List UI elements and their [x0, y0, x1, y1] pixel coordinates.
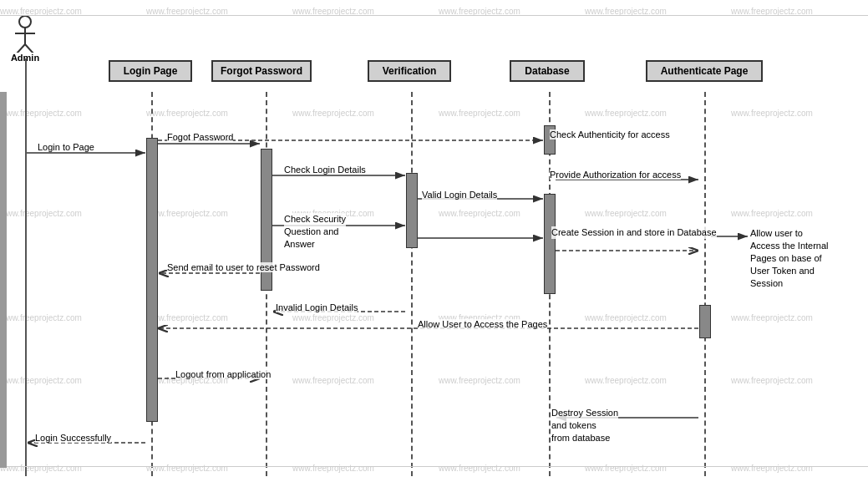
msg-logout: Logout from application	[175, 369, 271, 379]
watermark: www.freeprojectz.com	[0, 464, 82, 473]
msg-provide-authorization: Provide Authorization for access	[550, 170, 681, 180]
msg-valid-login-details: Valid Login Details	[422, 190, 497, 200]
msg-send-email: Send email to user to reset Password	[167, 262, 320, 272]
msg-login-to-page: Login to Page	[38, 142, 94, 152]
lifeline-verification: Verification	[368, 60, 451, 82]
lifeline-forgot-password: Forgot Password	[211, 60, 312, 82]
actor-icon	[13, 15, 38, 53]
activation-authenticate-page	[699, 305, 711, 338]
watermark: www.freeprojectz.com	[585, 464, 667, 473]
watermark: www.freeprojectz.com	[0, 376, 82, 385]
msg-allow-access-pages: Allow User to Access the Pages	[418, 319, 547, 329]
msg-create-session: Create Session in and store in Database	[551, 226, 717, 239]
lifeline-authenticate-page: Authenticate Page	[646, 60, 763, 82]
lifeline-line-authenticate	[704, 92, 706, 476]
top-border	[0, 15, 868, 16]
watermark: www.freeprojectz.com	[146, 464, 228, 473]
svg-point-0	[19, 16, 31, 28]
svg-line-4	[25, 44, 33, 53]
msg-check-security: Check SecurityQuestion andAnswer	[284, 213, 346, 251]
lifeline-login-page: Login Page	[109, 60, 192, 82]
watermark: www.freeprojectz.com	[731, 376, 813, 385]
watermark: www.freeprojectz.com	[585, 313, 667, 322]
watermark: www.freeprojectz.com	[292, 376, 374, 385]
watermark: www.freeprojectz.com	[585, 209, 667, 218]
msg-fogot-password: Fogot Password	[167, 132, 233, 142]
msg-check-login-details: Check Login Details	[284, 165, 366, 175]
msg-check-authenticity: Check Authenticity for access	[550, 129, 670, 140]
watermark: www.freeprojectz.com	[731, 464, 813, 473]
msg-destroy-session: Destroy Sessionand tokensfrom database	[551, 407, 618, 444]
watermark: www.freeprojectz.com	[439, 209, 520, 218]
watermark: www.freeprojectz.com	[731, 209, 813, 218]
watermark: www.freeprojectz.com	[292, 313, 374, 322]
bottom-border	[0, 466, 868, 467]
watermark: www.freeprojectz.com	[439, 464, 520, 473]
watermark: www.freeprojectz.com	[585, 376, 667, 385]
watermark: www.freeprojectz.com	[0, 109, 82, 118]
watermark: www.freeprojectz.com	[439, 109, 520, 118]
msg-allow-user-access: Allow user toAccess the InternalPages on…	[750, 227, 829, 290]
lifeline-database: Database	[510, 60, 585, 82]
lifeline-line-verification	[411, 92, 413, 476]
watermark: www.freeprojectz.com	[146, 209, 228, 218]
watermark: www.freeprojectz.com	[146, 109, 228, 118]
diagram-container: www.freeprojectz.com www.freeprojectz.co…	[0, 0, 868, 482]
watermark: www.freeprojectz.com	[292, 464, 374, 473]
watermark: www.freeprojectz.com	[731, 313, 813, 322]
watermark: www.freeprojectz.com	[0, 209, 82, 218]
watermark: www.freeprojectz.com	[0, 313, 82, 322]
actor-admin: Admin	[8, 15, 42, 63]
msg-login-successfully: Login Successfully	[35, 433, 111, 443]
watermark: www.freeprojectz.com	[731, 109, 813, 118]
watermark: www.freeprojectz.com	[292, 109, 374, 118]
left-bar	[0, 92, 7, 468]
msg-invalid-login: Invalid Login Details	[276, 302, 358, 312]
watermark: www.freeprojectz.com	[146, 313, 228, 322]
watermark: www.freeprojectz.com	[585, 109, 667, 118]
svg-line-3	[17, 44, 25, 53]
watermark: www.freeprojectz.com	[439, 376, 520, 385]
activation-login-page	[146, 138, 158, 422]
activation-verification	[406, 173, 418, 248]
activation-database-2	[544, 194, 556, 294]
actor-lifeline	[25, 58, 27, 476]
